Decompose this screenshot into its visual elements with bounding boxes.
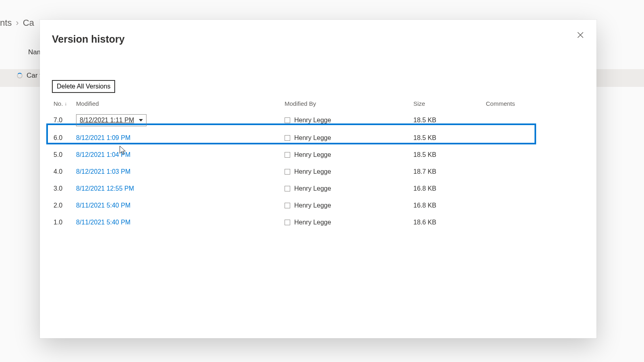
version-no: 7.0 [54, 117, 76, 124]
column-modified[interactable]: Modified [76, 100, 285, 107]
modified-cell: 8/12/2021 1:09 PM [76, 134, 285, 142]
breadcrumb-prev[interactable]: nts [0, 18, 12, 28]
modified-link[interactable]: 8/12/2021 12:55 PM [76, 185, 134, 192]
sync-icon [17, 73, 23, 78]
table-row[interactable]: 6.08/12/2021 1:09 PMHenry Legge18.5 KB [46, 130, 536, 146]
table-row[interactable]: 3.08/12/2021 12:55 PMHenry Legge16.8 KB [46, 180, 536, 197]
column-no[interactable]: No. ↓ [54, 100, 76, 107]
column-modified-by[interactable]: Modified By [285, 100, 413, 107]
dialog-title: Version history [52, 33, 125, 45]
user-icon [285, 152, 290, 158]
size: 18.5 KB [413, 151, 486, 158]
size: 18.5 KB [413, 134, 486, 142]
modified-cell: 8/12/2021 12:55 PM [76, 185, 285, 192]
chevron-down-icon [139, 119, 143, 121]
user-icon [285, 186, 290, 191]
modified-link[interactable]: 8/11/2021 5:40 PM [76, 219, 130, 226]
chevron-right-icon: › [16, 18, 19, 28]
modified-by: Henry Legge [285, 117, 413, 124]
size: 16.8 KB [413, 202, 486, 209]
table-row[interactable]: 4.08/12/2021 1:03 PMHenry Legge18.7 KB [46, 163, 536, 180]
column-size[interactable]: Size [413, 100, 486, 107]
modified-cell: 8/11/2021 5:40 PM [76, 202, 285, 209]
table-row[interactable]: 1.08/11/2021 5:40 PMHenry Legge18.6 KB [46, 214, 536, 231]
user-name[interactable]: Henry Legge [294, 168, 331, 175]
version-dropdown[interactable]: 8/12/2021 1:11 PM [76, 114, 147, 126]
modified-link[interactable]: 8/12/2021 1:11 PM [80, 117, 134, 124]
user-name[interactable]: Henry Legge [294, 185, 331, 192]
column-comments[interactable]: Comments [486, 100, 529, 107]
table-row[interactable]: 7.08/12/2021 1:11 PMHenry Legge18.5 KB [46, 111, 536, 130]
user-name[interactable]: Henry Legge [294, 151, 331, 158]
user-icon [285, 135, 290, 141]
modified-cell: 8/12/2021 1:04 PM [76, 151, 285, 158]
version-no: 3.0 [54, 185, 76, 192]
modified-by: Henry Legge [285, 168, 413, 175]
table-body: 7.08/12/2021 1:11 PMHenry Legge18.5 KB6.… [46, 111, 536, 231]
version-no: 1.0 [54, 219, 76, 226]
user-icon [285, 220, 290, 225]
modified-by: Henry Legge [285, 185, 413, 192]
version-no: 4.0 [54, 168, 76, 175]
version-no: 6.0 [54, 134, 76, 142]
delete-all-versions-button[interactable]: Delete All Versions [52, 80, 115, 93]
version-no: 2.0 [54, 202, 76, 209]
modified-by: Henry Legge [285, 151, 413, 158]
user-name[interactable]: Henry Legge [294, 219, 331, 226]
modified-by: Henry Legge [285, 219, 413, 226]
user-icon [285, 117, 290, 123]
breadcrumb-current: Ca [23, 18, 34, 28]
modified-by: Henry Legge [285, 202, 413, 209]
modified-cell: 8/12/2021 1:03 PM [76, 168, 285, 175]
size: 18.7 KB [413, 168, 486, 175]
close-button[interactable] [573, 28, 588, 42]
user-name[interactable]: Henry Legge [294, 202, 331, 209]
close-icon [577, 31, 584, 39]
size: 18.6 KB [413, 219, 486, 226]
user-icon [285, 169, 290, 175]
table-header: No. ↓ Modified Modified By Size Comments [46, 100, 536, 111]
modified-link[interactable]: 8/12/2021 1:09 PM [76, 134, 130, 141]
version-history-dialog: Version history Delete All Versions No. … [40, 20, 597, 338]
table-row[interactable]: 2.08/11/2021 5:40 PMHenry Legge16.8 KB [46, 197, 536, 214]
size: 16.8 KB [413, 185, 486, 192]
sort-desc-icon: ↓ [64, 101, 67, 107]
breadcrumb: nts › Ca [0, 18, 34, 28]
version-table: No. ↓ Modified Modified By Size Comments… [46, 100, 536, 231]
user-name[interactable]: Henry Legge [294, 134, 331, 142]
modified-link[interactable]: 8/12/2021 1:04 PM [76, 151, 130, 158]
modified-link[interactable]: 8/11/2021 5:40 PM [76, 202, 130, 209]
modified-by: Henry Legge [285, 134, 413, 142]
table-row[interactable]: 5.08/12/2021 1:04 PMHenry Legge18.5 KB [46, 146, 536, 163]
modified-cell: 8/12/2021 1:11 PM [76, 114, 285, 126]
user-icon [285, 203, 290, 208]
modified-cell: 8/11/2021 5:40 PM [76, 219, 285, 226]
version-no: 5.0 [54, 151, 76, 158]
size: 18.5 KB [413, 117, 486, 124]
user-name[interactable]: Henry Legge [294, 117, 331, 124]
modified-link[interactable]: 8/12/2021 1:03 PM [76, 168, 130, 175]
